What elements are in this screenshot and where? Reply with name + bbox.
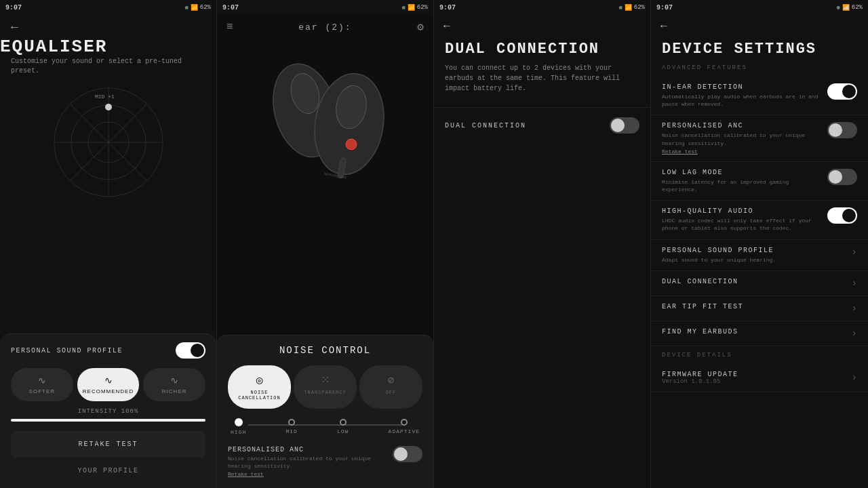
- personal-sound-toggle[interactable]: [176, 342, 205, 359]
- setting-item-find-my-earbuds[interactable]: FIND MY EARBUDS ›: [651, 321, 868, 346]
- setting-right-in-ear-detection: [827, 83, 857, 100]
- richer-button[interactable]: ∿ RICHER: [143, 368, 205, 401]
- anc-label: NOISE CANCELLATION: [231, 390, 288, 401]
- softer-button[interactable]: ∿ SOFTER: [11, 368, 73, 401]
- status-bar-4: 9:07 ⊕ 📶 62%: [651, 0, 868, 15]
- transparency-button[interactable]: ⁙ TRANSPARENCY: [294, 365, 357, 409]
- mid-level[interactable]: MID: [285, 419, 297, 434]
- toggle-personalised-anc[interactable]: [827, 122, 857, 138]
- richer-wave-icon: ∿: [170, 375, 178, 386]
- setting-text-dual-connection: DUAL CONNECTION: [662, 278, 846, 287]
- toggle-thumb-low-lag-mode: [829, 170, 842, 184]
- chevron-dual-connection: ›: [852, 278, 857, 289]
- off-button[interactable]: ⊘ OFF: [359, 365, 422, 409]
- intensity-label: INTENSITY 100%: [11, 408, 205, 415]
- gear-icon[interactable]: ⚙: [417, 20, 424, 34]
- setting-right-find-my-earbuds: ›: [852, 328, 857, 339]
- profile-buttons: ∿ SOFTER ∿ RECOMMENDED ∿ RICHER: [11, 368, 205, 401]
- eq-visualizer: MID +1: [20, 81, 197, 217]
- personalised-anc-toggle[interactable]: [393, 446, 422, 462]
- toggle-high-quality-audio[interactable]: [827, 207, 857, 224]
- high-dot: [235, 418, 243, 426]
- setting-item-ear-tip-fit-test[interactable]: EAR TIP FIT TEST ›: [651, 296, 868, 321]
- firmware-update-item[interactable]: FIRMWARE UPDATE Version 1.0.1.85 ›: [651, 364, 868, 392]
- setting-title-ear-tip-fit-test: EAR TIP FIT TEST: [662, 303, 846, 310]
- back-icon-3[interactable]: ←: [443, 20, 450, 33]
- mid-label: MID: [285, 428, 297, 434]
- low-level[interactable]: LOW: [337, 419, 349, 434]
- dual-connection-toggle[interactable]: [610, 117, 639, 134]
- time-2: 9:07: [222, 4, 239, 12]
- dual-connection-desc: You can connect up to 2 devices with you…: [445, 63, 639, 94]
- adaptive-level[interactable]: ADAPTIVE: [389, 419, 420, 434]
- battery-icon-4: 62%: [852, 4, 863, 11]
- svg-text:MID +1: MID +1: [95, 94, 115, 100]
- setting-text-find-my-earbuds: FIND MY EARBUDS: [662, 328, 846, 338]
- settings-list: IN-EAR DETECTION Automatically play audi…: [651, 77, 868, 346]
- intensity-slider[interactable]: [11, 419, 205, 422]
- setting-title-dual-connection: DUAL CONNECTION: [662, 278, 846, 285]
- recommended-label: RECOMMENDED: [83, 388, 134, 394]
- bluetooth-icon-3: ⊕: [618, 4, 622, 12]
- earbuds-svg: NOTHING EAR: [251, 49, 400, 185]
- retake-test-button[interactable]: RETAKE TEST: [11, 431, 205, 458]
- retake-link[interactable]: Retake test: [228, 471, 387, 477]
- anc-track: [248, 424, 402, 426]
- setting-text-personalised-anc: PERSONALISED ANC Noise cancellation cali…: [662, 122, 822, 154]
- dual-connection-row: DUAL CONNECTION: [434, 107, 650, 143]
- wifi-icon-2: 📶: [408, 4, 415, 12]
- ear-label: ear (2):: [298, 22, 351, 33]
- equaliser-title: EQUALISER: [0, 37, 216, 57]
- setting-right-high-quality-audio: [827, 207, 857, 224]
- status-bar-2: 9:07 ⊕ 📶 62%: [217, 0, 433, 15]
- setting-text-ear-tip-fit-test: EAR TIP FIT TEST: [662, 303, 846, 312]
- setting-title-find-my-earbuds: FIND MY EARBUDS: [662, 328, 846, 336]
- personalised-anc-title: PERSONALISED ANC: [228, 446, 387, 453]
- setting-item-in-ear-detection: IN-EAR DETECTION Automatically play audi…: [651, 77, 868, 115]
- setting-title-high-quality-audio: HIGH-QUALITY AUDIO: [662, 207, 822, 215]
- equaliser-subtitle: Customise your sound or select a pre-tun…: [0, 57, 216, 81]
- battery-icon: 62%: [200, 4, 211, 11]
- toggle-low-lag-mode[interactable]: [827, 169, 857, 185]
- device-settings-header: ←: [651, 15, 868, 38]
- back-icon[interactable]: ←: [11, 20, 18, 34]
- back-icon-4[interactable]: ←: [660, 20, 667, 33]
- status-bar-3: 9:07 ⊕ 📶 62%: [434, 0, 650, 15]
- earbuds-header: ≡ ear (2): ⚙: [217, 15, 433, 39]
- setting-item-personal-sound-profile[interactable]: PERSONAL SOUND PROFILE Adapt sound to yo…: [651, 240, 868, 271]
- richer-label: RICHER: [162, 388, 187, 394]
- wifi-icon: 📶: [191, 4, 198, 12]
- high-level[interactable]: HIGH: [231, 418, 246, 435]
- recommended-button[interactable]: ∿ RECOMMENDED: [77, 368, 140, 401]
- status-icons-3: ⊕ 📶 62%: [618, 4, 645, 12]
- intensity-fill: [11, 419, 205, 422]
- setting-desc-personalised-anc: Noise cancellation calibrated to your un…: [662, 131, 822, 146]
- transparency-icon: ⁙: [321, 373, 330, 387]
- status-icons-1: ⊕ 📶 62%: [184, 4, 211, 12]
- chevron-ear-tip-fit-test: ›: [852, 303, 857, 314]
- toggle-thumb-high-quality-audio: [842, 209, 856, 222]
- toggle-in-ear-detection[interactable]: [827, 83, 857, 100]
- setting-retake-personalised-anc[interactable]: Retake test: [662, 148, 822, 155]
- bluetooth-icon: ⊕: [184, 4, 188, 12]
- setting-right-personalised-anc: [827, 122, 857, 138]
- setting-text-in-ear-detection: IN-EAR DETECTION Automatically play audi…: [662, 83, 822, 108]
- low-dot: [340, 419, 347, 426]
- setting-desc-low-lag-mode: Minimise latency for an improved gaming …: [662, 178, 822, 193]
- setting-item-dual-connection[interactable]: DUAL CONNECTION ›: [651, 271, 868, 296]
- transparency-label: TRANSPARENCY: [304, 390, 346, 395]
- personalised-anc-row: PERSONALISED ANC Noise cancellation cali…: [228, 446, 422, 477]
- setting-item-personalised-anc: PERSONALISED ANC Noise cancellation cali…: [651, 115, 868, 161]
- bluetooth-icon-2: ⊕: [401, 4, 405, 12]
- personalised-anc-desc: Noise cancellation calibrated to your un…: [228, 455, 387, 470]
- anc-button[interactable]: ◎ NOISE CANCELLATION: [228, 365, 291, 409]
- softer-wave-icon: ∿: [38, 375, 46, 386]
- setting-text-personal-sound-profile: PERSONAL SOUND PROFILE Adapt sound to yo…: [662, 247, 846, 264]
- off-label: OFF: [386, 390, 397, 395]
- time-3: 9:07: [439, 4, 456, 12]
- menu-icon[interactable]: ≡: [226, 21, 233, 33]
- bluetooth-icon-4: ⊕: [836, 4, 840, 12]
- battery-icon-2: 62%: [417, 4, 428, 11]
- battery-icon-3: 62%: [634, 4, 645, 11]
- dual-connection-header: ←: [434, 15, 650, 38]
